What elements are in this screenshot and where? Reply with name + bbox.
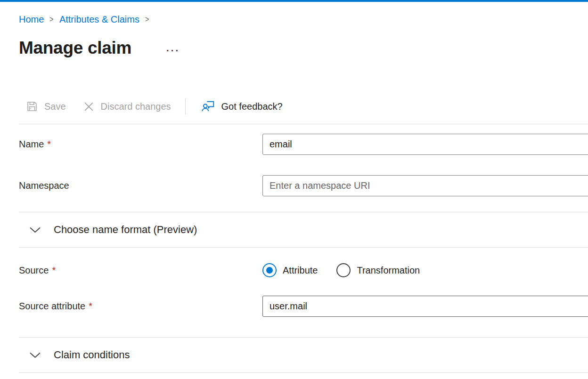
x-icon xyxy=(83,101,95,113)
title-row: Manage claim ··· xyxy=(19,37,588,59)
top-accent-bar xyxy=(0,0,588,2)
name-input[interactable] xyxy=(262,134,588,155)
toolbar-divider xyxy=(185,98,186,114)
source-attribute-label-text: Source attribute xyxy=(19,301,85,311)
source-attribute-field-wrap xyxy=(262,296,588,317)
section-divider xyxy=(19,372,588,373)
radio-option-attribute[interactable]: Attribute xyxy=(262,263,318,277)
discard-button-label: Discard changes xyxy=(101,101,171,112)
namespace-field-wrap xyxy=(262,175,588,196)
namespace-input[interactable] xyxy=(262,175,588,196)
name-field-row: Name* xyxy=(19,134,588,155)
name-field-label: Name* xyxy=(19,139,262,150)
breadcrumb-link-attributes-claims[interactable]: Attributes & Claims xyxy=(59,14,139,25)
save-button[interactable]: Save xyxy=(26,100,66,113)
namespace-label-text: Namespace xyxy=(19,180,69,191)
feedback-button-label: Got feedback? xyxy=(221,101,283,112)
namespace-field-label: Namespace xyxy=(19,180,262,191)
chevron-down-icon xyxy=(29,351,41,359)
breadcrumb-separator: > xyxy=(49,15,53,24)
title-context-menu-button[interactable]: ··· xyxy=(164,45,182,56)
name-label-text: Name xyxy=(19,139,44,149)
source-label-text: Source xyxy=(19,265,49,275)
section-divider xyxy=(19,247,588,248)
radio-selected-icon[interactable] xyxy=(262,263,277,277)
source-attribute-field-row: Source attribute* xyxy=(19,296,588,317)
claim-conditions-section-header[interactable]: Claim conditions xyxy=(19,338,588,372)
choose-name-format-section-header[interactable]: Choose name format (Preview) xyxy=(19,212,588,247)
discard-changes-button[interactable]: Discard changes xyxy=(83,101,171,113)
source-field-label: Source* xyxy=(19,265,262,276)
save-button-label: Save xyxy=(44,101,66,112)
toolbar-bottom-divider xyxy=(19,124,588,124)
radio-transformation-label: Transformation xyxy=(357,265,420,276)
source-attribute-field-label: Source attribute* xyxy=(19,301,262,312)
page-title: Manage claim xyxy=(19,37,131,59)
floppy-disk-icon xyxy=(26,100,38,113)
breadcrumb-link-home[interactable]: Home xyxy=(19,14,44,25)
radio-attribute-label: Attribute xyxy=(283,265,318,276)
page-content: Home > Attributes & Claims > Manage clai… xyxy=(0,14,588,373)
source-attribute-input[interactable] xyxy=(262,296,588,317)
name-field-wrap xyxy=(262,134,588,155)
breadcrumb: Home > Attributes & Claims > xyxy=(19,14,588,25)
claim-conditions-section-label: Claim conditions xyxy=(54,349,130,361)
source-field-row: Source* Attribute Transformation xyxy=(19,260,588,281)
source-radio-group: Attribute Transformation xyxy=(262,263,588,277)
required-asterisk: * xyxy=(47,139,51,149)
breadcrumb-separator: > xyxy=(145,15,149,24)
required-asterisk: * xyxy=(52,265,56,275)
got-feedback-button[interactable]: Got feedback? xyxy=(201,99,283,113)
radio-unselected-icon[interactable] xyxy=(336,263,351,277)
choose-name-format-section-label: Choose name format (Preview) xyxy=(54,224,197,236)
person-feedback-icon xyxy=(201,99,215,113)
required-asterisk: * xyxy=(89,301,92,311)
chevron-down-icon xyxy=(29,226,41,234)
command-toolbar: Save Discard changes Got feedback? xyxy=(19,97,588,116)
radio-option-transformation[interactable]: Transformation xyxy=(336,263,420,277)
namespace-field-row: Namespace xyxy=(19,175,588,196)
